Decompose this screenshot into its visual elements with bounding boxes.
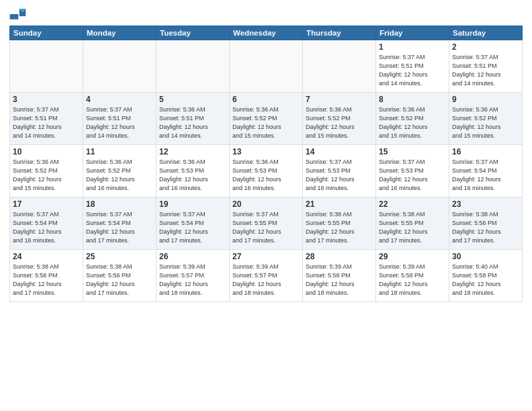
calendar-cell: 28Sunrise: 5:39 AMSunset: 5:58 PMDayligh… (303, 250, 376, 302)
day-number: 20 (232, 199, 300, 209)
calendar-cell (303, 40, 376, 93)
week-row-4: 17Sunrise: 5:37 AMSunset: 5:54 PMDayligh… (10, 197, 523, 250)
day-info: Sunrise: 5:36 AMSunset: 5:51 PMDaylight:… (159, 105, 226, 140)
day-number: 17 (13, 199, 80, 209)
calendar-cell: 11Sunrise: 5:36 AMSunset: 5:52 PMDayligh… (83, 145, 157, 197)
logo-icon (9, 7, 28, 21)
week-row-1: 1Sunrise: 5:37 AMSunset: 5:51 PMDaylight… (10, 40, 523, 93)
day-number: 4 (86, 95, 153, 104)
day-number: 28 (306, 252, 373, 261)
day-number: 12 (159, 147, 226, 156)
calendar-cell: 5Sunrise: 5:36 AMSunset: 5:51 PMDaylight… (157, 93, 230, 145)
day-info: Sunrise: 5:37 AMSunset: 5:51 PMDaylight:… (86, 105, 153, 140)
day-info: Sunrise: 5:37 AMSunset: 5:51 PMDaylight:… (379, 53, 446, 88)
day-number: 7 (306, 95, 373, 104)
day-number: 3 (13, 95, 80, 104)
day-info: Sunrise: 5:37 AMSunset: 5:51 PMDaylight:… (13, 105, 80, 140)
calendar-cell: 13Sunrise: 5:36 AMSunset: 5:53 PMDayligh… (230, 145, 303, 197)
day-info: Sunrise: 5:36 AMSunset: 5:53 PMDaylight:… (232, 158, 300, 193)
day-info: Sunrise: 5:36 AMSunset: 5:53 PMDaylight:… (159, 158, 226, 193)
logo (9, 7, 30, 21)
weekday-header-monday: Monday (83, 26, 157, 40)
weekday-header-tuesday: Tuesday (157, 26, 230, 40)
day-number: 18 (86, 199, 153, 209)
calendar-cell: 30Sunrise: 5:40 AMSunset: 5:58 PMDayligh… (449, 250, 523, 302)
day-info: Sunrise: 5:37 AMSunset: 5:54 PMDaylight:… (159, 210, 226, 245)
day-number: 23 (452, 199, 519, 209)
calendar-cell: 21Sunrise: 5:38 AMSunset: 5:55 PMDayligh… (303, 197, 376, 250)
day-info: Sunrise: 5:39 AMSunset: 5:57 PMDaylight:… (232, 263, 300, 298)
day-number: 26 (159, 252, 226, 261)
calendar-cell: 18Sunrise: 5:37 AMSunset: 5:54 PMDayligh… (83, 197, 157, 250)
day-number: 15 (379, 147, 446, 156)
day-number: 8 (379, 95, 446, 104)
day-info: Sunrise: 5:37 AMSunset: 5:54 PMDaylight:… (13, 210, 80, 245)
calendar-cell: 29Sunrise: 5:39 AMSunset: 5:58 PMDayligh… (376, 250, 449, 302)
day-info: Sunrise: 5:39 AMSunset: 5:58 PMDaylight:… (379, 263, 446, 298)
calendar-cell: 7Sunrise: 5:36 AMSunset: 5:52 PMDaylight… (303, 93, 376, 145)
weekday-header-row: SundayMondayTuesdayWednesdayThursdayFrid… (10, 26, 523, 40)
day-info: Sunrise: 5:37 AMSunset: 5:55 PMDaylight:… (232, 210, 300, 245)
calendar-cell: 27Sunrise: 5:39 AMSunset: 5:57 PMDayligh… (230, 250, 303, 302)
calendar-table: SundayMondayTuesdayWednesdayThursdayFrid… (9, 26, 523, 302)
calendar-cell: 19Sunrise: 5:37 AMSunset: 5:54 PMDayligh… (157, 197, 230, 250)
calendar-cell (10, 40, 83, 93)
calendar-cell: 10Sunrise: 5:36 AMSunset: 5:52 PMDayligh… (10, 145, 83, 197)
day-number: 24 (13, 252, 80, 261)
calendar-cell: 3Sunrise: 5:37 AMSunset: 5:51 PMDaylight… (10, 93, 83, 145)
day-number: 5 (159, 95, 226, 104)
calendar-cell: 23Sunrise: 5:38 AMSunset: 5:56 PMDayligh… (449, 197, 523, 250)
calendar-cell: 26Sunrise: 5:39 AMSunset: 5:57 PMDayligh… (157, 250, 230, 302)
calendar-cell: 6Sunrise: 5:36 AMSunset: 5:52 PMDaylight… (230, 93, 303, 145)
day-number: 10 (13, 147, 80, 156)
calendar-cell: 25Sunrise: 5:38 AMSunset: 5:56 PMDayligh… (83, 250, 157, 302)
day-number: 1 (379, 42, 446, 52)
calendar-cell: 22Sunrise: 5:38 AMSunset: 5:55 PMDayligh… (376, 197, 449, 250)
day-number: 21 (306, 199, 373, 209)
calendar-cell: 4Sunrise: 5:37 AMSunset: 5:51 PMDaylight… (83, 93, 157, 145)
calendar-cell: 14Sunrise: 5:37 AMSunset: 5:53 PMDayligh… (303, 145, 376, 197)
day-info: Sunrise: 5:37 AMSunset: 5:53 PMDaylight:… (306, 158, 373, 193)
day-info: Sunrise: 5:38 AMSunset: 5:56 PMDaylight:… (452, 210, 519, 245)
calendar-cell: 16Sunrise: 5:37 AMSunset: 5:54 PMDayligh… (449, 145, 523, 197)
calendar-cell (230, 40, 303, 93)
day-info: Sunrise: 5:36 AMSunset: 5:52 PMDaylight:… (379, 105, 446, 140)
day-number: 22 (379, 199, 446, 209)
day-info: Sunrise: 5:38 AMSunset: 5:55 PMDaylight:… (379, 210, 446, 245)
week-row-3: 10Sunrise: 5:36 AMSunset: 5:52 PMDayligh… (10, 145, 523, 197)
calendar-cell: 8Sunrise: 5:36 AMSunset: 5:52 PMDaylight… (376, 93, 449, 145)
calendar-cell: 24Sunrise: 5:38 AMSunset: 5:56 PMDayligh… (10, 250, 83, 302)
day-info: Sunrise: 5:36 AMSunset: 5:52 PMDaylight:… (232, 105, 300, 140)
day-info: Sunrise: 5:38 AMSunset: 5:56 PMDaylight:… (86, 263, 153, 298)
svg-rect-3 (10, 14, 19, 19)
day-number: 6 (232, 95, 300, 104)
day-info: Sunrise: 5:39 AMSunset: 5:58 PMDaylight:… (306, 263, 373, 298)
calendar-cell: 2Sunrise: 5:37 AMSunset: 5:51 PMDaylight… (449, 40, 523, 93)
day-info: Sunrise: 5:37 AMSunset: 5:53 PMDaylight:… (379, 158, 446, 193)
day-number: 16 (452, 147, 519, 156)
day-number: 30 (452, 252, 519, 261)
day-info: Sunrise: 5:38 AMSunset: 5:55 PMDaylight:… (306, 210, 373, 245)
day-info: Sunrise: 5:36 AMSunset: 5:52 PMDaylight:… (13, 158, 80, 193)
weekday-header-sunday: Sunday (10, 26, 83, 40)
calendar-cell: 1Sunrise: 5:37 AMSunset: 5:51 PMDaylight… (376, 40, 449, 93)
calendar-cell: 20Sunrise: 5:37 AMSunset: 5:55 PMDayligh… (230, 197, 303, 250)
day-info: Sunrise: 5:38 AMSunset: 5:56 PMDaylight:… (13, 263, 80, 298)
calendar-cell: 12Sunrise: 5:36 AMSunset: 5:53 PMDayligh… (157, 145, 230, 197)
calendar-cell (83, 40, 157, 93)
day-number: 2 (452, 42, 519, 52)
day-info: Sunrise: 5:36 AMSunset: 5:52 PMDaylight:… (306, 105, 373, 140)
week-row-5: 24Sunrise: 5:38 AMSunset: 5:56 PMDayligh… (10, 250, 523, 302)
day-number: 27 (232, 252, 300, 261)
weekday-header-wednesday: Wednesday (230, 26, 303, 40)
day-number: 13 (232, 147, 300, 156)
weekday-header-friday: Friday (376, 26, 449, 40)
calendar-cell: 15Sunrise: 5:37 AMSunset: 5:53 PMDayligh… (376, 145, 449, 197)
day-number: 29 (379, 252, 446, 261)
calendar-cell: 9Sunrise: 5:36 AMSunset: 5:52 PMDaylight… (449, 93, 523, 145)
day-number: 14 (306, 147, 373, 156)
day-number: 11 (86, 147, 153, 156)
day-info: Sunrise: 5:37 AMSunset: 5:51 PMDaylight:… (452, 53, 519, 88)
day-info: Sunrise: 5:36 AMSunset: 5:52 PMDaylight:… (86, 158, 153, 193)
header (9, 7, 523, 21)
